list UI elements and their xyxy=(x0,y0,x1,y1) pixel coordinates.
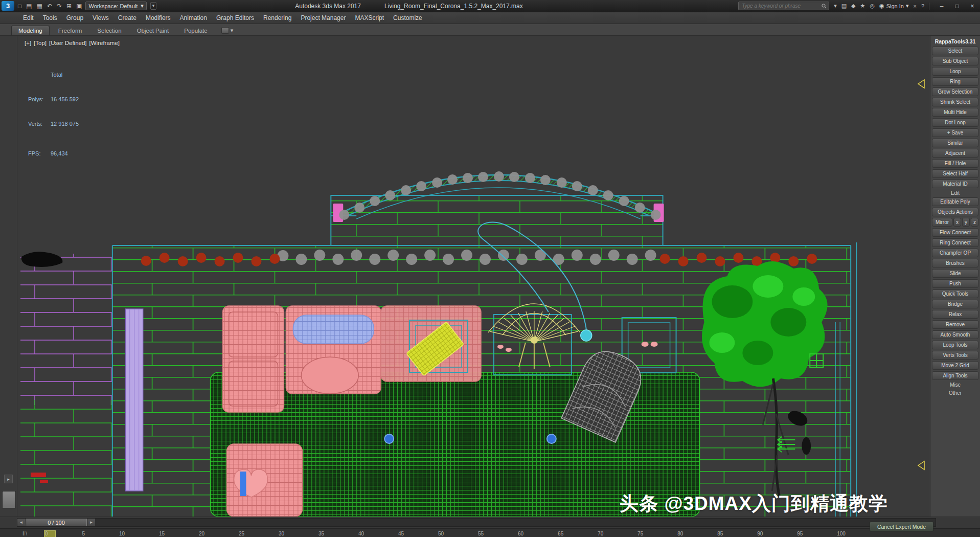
search-icon[interactable] xyxy=(822,4,827,9)
viewport-menu-pov[interactable]: [Top] xyxy=(34,40,47,46)
rt-mirror-y-button[interactable]: y xyxy=(962,218,970,227)
redo-icon[interactable]: ↷ xyxy=(57,3,62,10)
rt-auto-smooth-button[interactable]: Auto Smooth xyxy=(932,330,978,339)
undo-icon[interactable]: ↶ xyxy=(47,3,52,10)
sign-in-dropdown-icon[interactable]: ▾ xyxy=(906,3,909,9)
rt-shrink-select-button[interactable]: Shrink Select xyxy=(932,98,978,106)
search-box[interactable] xyxy=(738,2,829,10)
selection-mode-icon[interactable]: ▣ xyxy=(76,3,82,10)
rt-loop-button[interactable]: Loop xyxy=(932,67,978,76)
rt-quick-tools-button[interactable]: Quick Tools xyxy=(932,289,978,298)
time-slider-track[interactable]: ◄ 0 / 100 ► xyxy=(17,518,936,527)
tab-object-paint[interactable]: Object Paint xyxy=(130,26,176,35)
tab-selection[interactable]: Selection xyxy=(90,26,128,35)
search-input[interactable] xyxy=(741,3,819,9)
menu-project-manager[interactable]: Project Manager xyxy=(296,14,350,21)
save-file-icon[interactable]: ▦ xyxy=(37,3,42,10)
scene-ball[interactable] xyxy=(581,330,592,341)
rt-ring-connect-button[interactable]: Ring Connect xyxy=(932,238,978,247)
menu-animation[interactable]: Animation xyxy=(175,14,212,21)
panel-collapse-arrow-icon[interactable] xyxy=(918,80,924,88)
rt-dot-loop-button[interactable]: Dot Loop xyxy=(932,118,978,127)
cancel-expert-mode-button[interactable]: Cancel Expert Mode xyxy=(870,522,933,531)
menu-modifiers[interactable]: Modifiers xyxy=(141,14,175,21)
community-icon[interactable]: ▤ xyxy=(841,3,847,9)
rt-champfer-op-button[interactable]: Champfer OP xyxy=(932,249,978,257)
next-frame-button[interactable]: ► xyxy=(87,519,95,526)
menu-tools[interactable]: Tools xyxy=(38,14,62,21)
rt-align-tools-button[interactable]: Align Tools xyxy=(932,371,978,380)
menu-maxscript[interactable]: MAXScript xyxy=(350,14,389,21)
panel-collapse-arrow-icon[interactable] xyxy=(918,461,924,469)
workspace-selector[interactable]: Workspace: Default ▾ xyxy=(85,2,146,10)
ribbon-dropdown-icon[interactable]: ▾ xyxy=(231,27,234,34)
rt-select-button[interactable]: Select xyxy=(932,47,978,55)
rt-editable-poly-button[interactable]: Editable Poly xyxy=(932,197,978,206)
trackbar-mode-icon[interactable]: ‖\ xyxy=(22,531,28,536)
scene-blue-object[interactable] xyxy=(240,472,246,496)
3dsmax-logo-icon[interactable]: 3 xyxy=(2,1,14,11)
scene-sofa-left[interactable] xyxy=(223,306,284,412)
rt-push-button[interactable]: Push xyxy=(932,279,978,288)
ribbon-display-control[interactable]: ▾ xyxy=(221,27,234,35)
tab-freeform[interactable]: Freeform xyxy=(52,26,89,35)
previous-frame-button[interactable]: ◄ xyxy=(17,519,26,526)
workspace-dropdown-icon[interactable]: ▾ xyxy=(141,3,144,9)
menu-group[interactable]: Group xyxy=(62,14,88,21)
rt-multi-hide-button[interactable]: Multi Hide xyxy=(932,108,978,117)
rt-verts-tools-button[interactable]: Verts Tools xyxy=(932,351,978,360)
rt-grow-selection-button[interactable]: Grow Selection xyxy=(932,87,978,96)
rt-adjacent-button[interactable]: Adjacent xyxy=(932,149,978,158)
minimize-button[interactable]: – xyxy=(934,0,949,12)
rt-brushes-button[interactable]: Brushes xyxy=(932,259,978,267)
rt-relax-button[interactable]: Relax xyxy=(932,310,978,319)
open-file-icon[interactable]: ▤ xyxy=(26,3,32,10)
menu-graph-editors[interactable]: Graph Editors xyxy=(212,14,259,21)
rt-mirror-x-button[interactable]: x xyxy=(953,218,961,227)
fetch-icon[interactable]: ⊞ xyxy=(66,3,72,10)
scene-cabinet[interactable] xyxy=(126,309,143,491)
toolbar-dropdown-icon[interactable]: ▾ xyxy=(150,2,157,10)
rt-objects-actions-button[interactable]: Objects Actions xyxy=(932,208,978,216)
rt-slide-button[interactable]: Slide xyxy=(932,269,978,278)
rt-loop-tools-button[interactable]: Loop Tools xyxy=(932,341,978,349)
expand-panel-icon[interactable]: ▸ xyxy=(4,475,13,483)
new-scene-icon[interactable]: □ xyxy=(18,3,21,10)
close-button[interactable]: × xyxy=(965,0,980,12)
sign-in-button[interactable]: ◉ Sign In ▾ xyxy=(879,3,908,9)
search-dropdown-icon[interactable]: ▾ xyxy=(834,3,837,9)
target-icon[interactable]: ◎ xyxy=(870,3,875,9)
track-bar[interactable]: ‖\ 0 5 10 15 20 25 30 35 40 45 50 55 60 … xyxy=(0,528,980,537)
rt-select-half-button[interactable]: Select Half xyxy=(932,169,978,178)
favorites-icon[interactable]: ★ xyxy=(860,3,865,9)
scene-sofa-middle[interactable] xyxy=(286,306,381,394)
scene-rug-dot[interactable] xyxy=(547,434,556,443)
maximize-button[interactable]: □ xyxy=(949,0,965,12)
viewport-canvas[interactable] xyxy=(17,36,930,517)
viewport-menu-general[interactable]: [+] xyxy=(25,40,31,46)
rt-save-button[interactable]: + Save xyxy=(932,128,978,137)
menu-customize[interactable]: Customize xyxy=(389,14,427,21)
rt-material-id-button[interactable]: Material ID xyxy=(932,180,978,188)
mini-swatch[interactable] xyxy=(2,491,16,508)
tab-populate[interactable]: Populate xyxy=(177,26,214,35)
rt-move-2-grid-button[interactable]: Move 2 Grid xyxy=(932,361,978,370)
rt-mirror-button[interactable]: Mirror xyxy=(932,218,952,227)
tab-modeling[interactable]: Modeling xyxy=(11,26,50,35)
diamond-icon[interactable]: ◆ xyxy=(851,3,855,9)
rt-mirror-z-button[interactable]: z xyxy=(971,218,978,227)
rt-bridge-button[interactable]: Bridge xyxy=(932,300,978,308)
menu-edit[interactable]: Edit xyxy=(18,14,38,21)
viewport-menu-style[interactable]: [Wireframe] xyxy=(89,40,120,46)
viewport-top[interactable]: [+] [Top] [User Defined] [Wireframe] Tot… xyxy=(17,36,930,517)
menu-views[interactable]: Views xyxy=(88,14,113,21)
rt-sub-object-button[interactable]: Sub Object xyxy=(932,57,978,65)
rt-remove-button[interactable]: Remove xyxy=(932,320,978,329)
rt-ring-button[interactable]: Ring xyxy=(932,77,978,86)
viewport-menu-shading[interactable]: [User Defined] xyxy=(49,40,87,46)
scene-sofa-bottom[interactable] xyxy=(227,444,303,517)
rt-fill-hole-button[interactable]: Fill / Hole xyxy=(932,159,978,168)
autodesk-exchange-icon[interactable]: × xyxy=(913,3,916,9)
help-icon[interactable]: ? xyxy=(921,3,924,9)
scene-rug-dot[interactable] xyxy=(384,434,394,443)
